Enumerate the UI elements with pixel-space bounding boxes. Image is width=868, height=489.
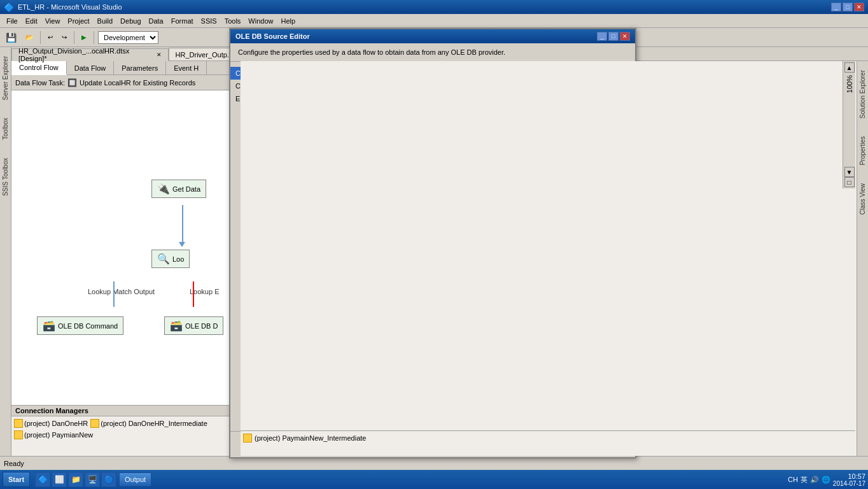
dialog-top-desc: Configure the properties used by a data …	[230, 43, 635, 62]
get-data-node[interactable]: 🔌 Get Data	[151, 180, 206, 198]
far-right-panel: Solution Explorer Properties Class View	[857, 61, 868, 456]
designer-area: HR_Output_Division_...ocalHR.dtsx [Desig…	[11, 47, 241, 456]
menu-bar: File Edit View Project Build Debug Data …	[0, 14, 868, 28]
solution-explorer-label: Solution Explorer	[857, 67, 868, 121]
zoom-level: 100%	[846, 75, 853, 93]
tab-hr-output[interactable]: HR_Output_Division_...ocalHR.dtsx [Desig…	[11, 48, 169, 61]
menu-view[interactable]: View	[41, 16, 64, 26]
menu-file[interactable]: File	[3, 16, 22, 26]
breadcrumb-value: Update LocalHR for Existing Records	[80, 79, 195, 87]
design-canvas: 🔌 Get Data 🔍 Loo Lookup Match Output Loo…	[11, 90, 240, 405]
time-display: 10:57	[833, 472, 865, 480]
toolbar-undo[interactable]: ↩	[45, 32, 56, 43]
taskbar-icons: 🔷 ⬜ 📁 🖥️ 🔵	[35, 472, 116, 487]
second-designer-canvas: Solution Explorer Properties Class View …	[241, 61, 868, 456]
status-text: Ready	[4, 460, 24, 467]
ole-db-command-node[interactable]: 🗃️ OLE DB Command	[37, 316, 123, 335]
toolbar-sep-1	[40, 31, 41, 44]
conn-managers-items: (project) DanOneHR (project) DanOneHR_In…	[11, 416, 240, 442]
lang-code: 英	[801, 475, 808, 485]
lookup-match-label: Lookup Match Output	[88, 288, 155, 295]
conn-managers-panel: Connection Managers (project) DanOneHR (…	[11, 405, 240, 456]
tab-data-flow[interactable]: Data Flow	[67, 61, 115, 75]
lang-label: CH	[788, 476, 798, 483]
taskbar-icon-1[interactable]: 🔷	[35, 472, 50, 487]
second-conn-managers: (project) PaymainNew_Intermediate	[241, 430, 855, 456]
class-view-label: Class View	[857, 181, 868, 217]
config-dropdown[interactable]: Development	[98, 31, 158, 44]
toolbar-run[interactable]: ▶	[78, 32, 90, 43]
taskbar-icon-2[interactable]: ⬜	[52, 472, 67, 487]
right-panels: x_Employee_MDMIout2MDM.dtsx [Design] Sol…	[241, 47, 868, 456]
title-bar-controls: _ □ ✕	[831, 3, 864, 11]
server-explorer-label: Server Explorer	[0, 53, 11, 103]
conn-icon-1	[14, 419, 23, 428]
menu-data[interactable]: Data	[145, 16, 167, 26]
conn-item-1[interactable]: (project) DanOneHR	[14, 419, 88, 428]
zoom-thumb[interactable]: □	[844, 177, 855, 187]
start-button[interactable]: Start	[3, 472, 30, 487]
tab-event-h[interactable]: Event H	[166, 61, 207, 75]
connector-3	[193, 281, 194, 307]
output-taskbar-item[interactable]: Output	[119, 472, 151, 486]
arrow-1	[179, 242, 185, 247]
tab-control-flow[interactable]: Control Flow	[11, 61, 67, 75]
toolbar-sep-2	[74, 31, 74, 44]
title-bar: 🔷 ETL_HR - Microsoft Visual Studio _ □ ✕	[0, 0, 868, 14]
menu-window[interactable]: Window	[244, 16, 277, 26]
dialog-controls: _ □ ✕	[597, 32, 630, 41]
left-toolbox-panel: Server Explorer Toolbox SSIS Toolbox	[0, 47, 11, 456]
close-button[interactable]: ✕	[854, 3, 864, 11]
menu-tools[interactable]: Tools	[221, 16, 245, 26]
ole-db-d-label: OLE DB D	[185, 322, 218, 330]
second-conn-item[interactable]: (project) PaymainNew_Intermediate	[243, 434, 853, 443]
conn-item-2[interactable]: (project) DanOneHR_Intermediate	[90, 419, 207, 428]
dialog-restore[interactable]: □	[608, 32, 619, 41]
connector-1	[182, 205, 183, 243]
properties-label: Properties	[857, 134, 868, 168]
file-tab-bar: HR_Output_Division_...ocalHR.dtsx [Desig…	[11, 47, 240, 61]
toolbar-redo[interactable]: ↪	[59, 32, 70, 43]
breadcrumb-bar: Data Flow Task: 🔲 Update LocalHR for Exi…	[11, 75, 240, 90]
tab-close-hr-output[interactable]: ✕	[157, 52, 162, 58]
menu-build[interactable]: Build	[94, 16, 116, 26]
connector-2	[113, 281, 115, 307]
get-data-label: Get Data	[172, 185, 200, 193]
dialog-close[interactable]: ✕	[620, 32, 630, 41]
conn-managers-header: Connection Managers	[11, 406, 240, 416]
tab-parameters[interactable]: Parameters	[114, 61, 166, 75]
restore-button[interactable]: □	[843, 3, 853, 11]
menu-ssis[interactable]: SSIS	[197, 16, 221, 26]
taskbar-right: CH 英 🔊 🌐 10:57 2014-07-17	[788, 472, 865, 487]
toolbox-label: Toolbox	[0, 115, 11, 142]
dialog-minimize[interactable]: _	[597, 32, 607, 41]
conn-item-3[interactable]: (project) PaymianNew	[14, 430, 237, 439]
lookup-node[interactable]: 🔍 Loo	[151, 250, 190, 268]
ole-db-d-node[interactable]: 🗃️ OLE DB D	[164, 316, 223, 335]
menu-help[interactable]: Help	[277, 16, 299, 26]
breadcrumb-label: Data Flow Task:	[15, 79, 65, 87]
taskbar-icon-3[interactable]: 📁	[68, 472, 83, 487]
dialog-title-text: OLE DB Source Editor	[235, 32, 310, 40]
ssis-toolbox-label: SSIS Toolbox	[0, 155, 11, 199]
toolbar-save[interactable]: 💾	[3, 31, 20, 45]
app-title: ETL_HR - Microsoft Visual Studio	[18, 3, 122, 11]
lookup-label: Loo	[172, 255, 184, 263]
minimize-button[interactable]: _	[831, 3, 841, 11]
dialog-title-bar: OLE DB Source Editor _ □ ✕	[230, 29, 635, 43]
breadcrumb-icon: 🔲	[67, 78, 77, 87]
menu-edit[interactable]: Edit	[22, 16, 41, 26]
zoom-panel: ▲ 100% ▼ □	[843, 61, 855, 188]
taskbar-icon-4[interactable]: 🖥️	[85, 472, 100, 487]
menu-format[interactable]: Format	[167, 16, 197, 26]
toolbar-sep-3	[94, 31, 94, 44]
ole-db-command-label: OLE DB Command	[58, 322, 118, 330]
menu-debug[interactable]: Debug	[116, 16, 144, 26]
toolbar-open[interactable]: 📂	[22, 32, 36, 43]
conn-icon-2	[90, 419, 99, 428]
clock: 10:57 2014-07-17	[833, 472, 865, 487]
menu-project[interactable]: Project	[64, 16, 93, 26]
zoom-up-btn[interactable]: ▲	[844, 62, 855, 73]
zoom-down-btn[interactable]: ▼	[844, 167, 855, 177]
taskbar-icon-5[interactable]: 🔵	[101, 472, 116, 487]
